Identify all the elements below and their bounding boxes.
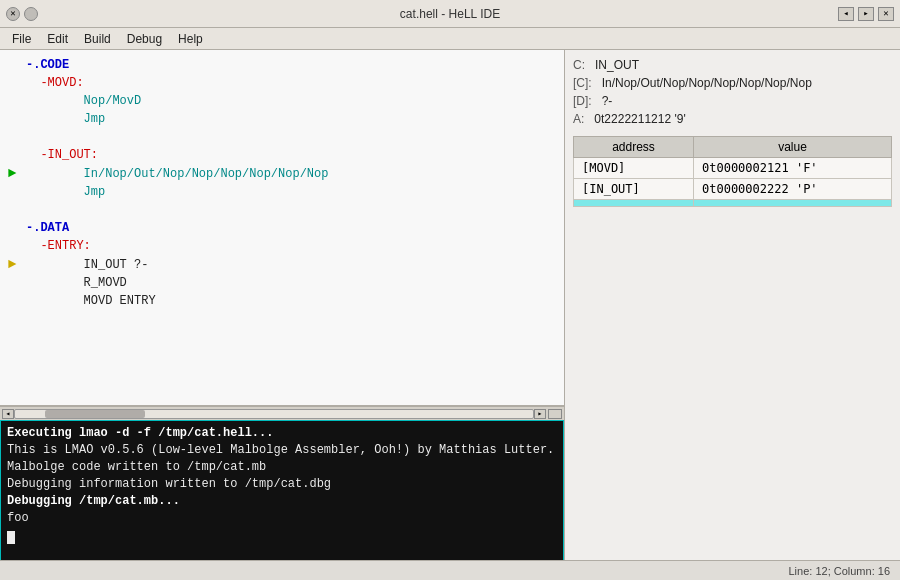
code-text: IN_OUT ?- (26, 256, 148, 274)
console-line: Debugging information written to /tmp/ca… (7, 476, 557, 493)
code-line: -MOVD: (8, 74, 556, 92)
console-line: Debugging /tmp/cat.mb... (7, 493, 557, 510)
close-button[interactable]: ✕ (6, 7, 20, 21)
info-d-row: [D]: ?- (573, 92, 892, 110)
code-line: -.DATA (8, 219, 556, 237)
table-row: [MOVD]0t0000002121 'F' (574, 158, 892, 179)
green-arrow-icon: ► (8, 165, 16, 181)
info-d-value: ?- (602, 94, 613, 108)
code-line: ► IN_OUT ?- (8, 255, 556, 274)
data-table: address value [MOVD]0t0000002121 'F'[IN_… (573, 136, 892, 207)
console-line: foo (7, 510, 557, 527)
editor-area[interactable]: -.CODE -MOVD: Nop/MovD Jmp -IN_OUT:► In/… (0, 50, 564, 406)
console-line: Malbolge code written to /tmp/cat.mb (7, 459, 557, 476)
code-text: -MOVD: (26, 74, 84, 92)
code-line: MOVD ENTRY (8, 292, 556, 310)
console-line: Executing lmao -d -f /tmp/cat.hell... (7, 425, 557, 442)
code-text: R_MOVD (26, 274, 127, 292)
window-title: cat.hell - HeLL IDE (400, 7, 500, 21)
nav-prev-button[interactable]: ◂ (838, 7, 854, 21)
hscroll-corner (548, 409, 562, 419)
window-controls: ✕ (6, 7, 38, 21)
info-a-value: 0t2222211212 '9' (594, 112, 685, 126)
info-a-label: A: (573, 112, 584, 126)
code-text (26, 201, 33, 219)
hscroll-right-arrow[interactable]: ▸ (534, 409, 546, 419)
status-bar: Line: 12; Column: 16 (0, 560, 900, 580)
col-header-address: address (574, 137, 694, 158)
minimize-button[interactable] (24, 7, 38, 21)
menu-debug[interactable]: Debug (119, 30, 170, 48)
code-line: R_MOVD (8, 274, 556, 292)
editor-scroll[interactable]: -.CODE -MOVD: Nop/MovD Jmp -IN_OUT:► In/… (0, 50, 564, 405)
menu-help[interactable]: Help (170, 30, 211, 48)
table-cell-address: [MOVD] (574, 158, 694, 179)
arrow-gutter: ► (8, 164, 26, 183)
nav-next-button[interactable]: ▸ (858, 7, 874, 21)
info-d-label: [D]: (573, 94, 592, 108)
table-cell-value: 0t0000002222 'P' (694, 179, 892, 200)
table-cell-value: 0t0000002121 'F' (694, 158, 892, 179)
table-row: [IN_OUT]0t0000002222 'P' (574, 179, 892, 200)
info-bc-row: [C]: In/Nop/Out/Nop/Nop/Nop/Nop/Nop/Nop (573, 74, 892, 92)
cursor-icon (7, 531, 15, 544)
info-a-row: A: 0t2222211212 '9' (573, 110, 892, 128)
table-cell-value (694, 200, 892, 207)
code-line: -ENTRY: (8, 237, 556, 255)
title-bar: ✕ cat.hell - HeLL IDE ◂ ▸ ✕ (0, 0, 900, 28)
code-line: Nop/MovD (8, 92, 556, 110)
status-text: Line: 12; Column: 16 (788, 565, 890, 577)
code-line: -.CODE (8, 56, 556, 74)
table-cell-address: [IN_OUT] (574, 179, 694, 200)
hscroll-bar[interactable]: ◂ ▸ (0, 406, 564, 420)
menu-build[interactable]: Build (76, 30, 119, 48)
console-line: This is LMAO v0.5.6 (Low-level Malbolge … (7, 442, 557, 459)
hscroll-track[interactable] (14, 409, 534, 419)
code-text: MOVD ENTRY (26, 292, 156, 310)
console-area[interactable]: Executing lmao -d -f /tmp/cat.hell...Thi… (0, 420, 564, 580)
arrow-gutter: ► (8, 255, 26, 274)
hscroll-thumb[interactable] (45, 410, 145, 418)
table-row (574, 200, 892, 207)
nav-buttons: ◂ ▸ ✕ (838, 7, 894, 21)
code-text (26, 128, 33, 146)
code-line: -IN_OUT: (8, 146, 556, 164)
code-text: Jmp (26, 110, 105, 128)
main-layout: -.CODE -MOVD: Nop/MovD Jmp -IN_OUT:► In/… (0, 50, 900, 580)
console-cursor-line (7, 527, 557, 544)
code-line: Jmp (8, 183, 556, 201)
info-c-label: C: (573, 58, 585, 72)
yellow-arrow-icon: ► (8, 256, 16, 272)
info-bc-value: In/Nop/Out/Nop/Nop/Nop/Nop/Nop/Nop (602, 76, 812, 90)
code-text: -ENTRY: (26, 237, 91, 255)
col-header-value: value (694, 137, 892, 158)
menu-bar: File Edit Build Debug Help (0, 28, 900, 50)
hscroll-left-arrow[interactable]: ◂ (2, 409, 14, 419)
info-section: C: IN_OUT [C]: In/Nop/Out/Nop/Nop/Nop/No… (573, 56, 892, 128)
info-c-row: C: IN_OUT (573, 56, 892, 74)
code-text: Nop/MovD (26, 92, 141, 110)
info-bc-label: [C]: (573, 76, 592, 90)
code-text: Jmp (26, 183, 105, 201)
code-line: Jmp (8, 110, 556, 128)
right-panel: C: IN_OUT [C]: In/Nop/Out/Nop/Nop/Nop/No… (565, 50, 900, 580)
code-line (8, 128, 556, 146)
nav-close-button[interactable]: ✕ (878, 7, 894, 21)
code-text: In/Nop/Out/Nop/Nop/Nop/Nop/Nop/Nop (26, 165, 328, 183)
code-text: -.CODE (26, 56, 69, 74)
left-panel: -.CODE -MOVD: Nop/MovD Jmp -IN_OUT:► In/… (0, 50, 565, 580)
code-text: -IN_OUT: (26, 146, 98, 164)
info-c-value: IN_OUT (595, 58, 639, 72)
code-text: -.DATA (26, 219, 69, 237)
table-cell-address (574, 200, 694, 207)
menu-edit[interactable]: Edit (39, 30, 76, 48)
code-line: ► In/Nop/Out/Nop/Nop/Nop/Nop/Nop/Nop (8, 164, 556, 183)
menu-file[interactable]: File (4, 30, 39, 48)
code-line (8, 201, 556, 219)
